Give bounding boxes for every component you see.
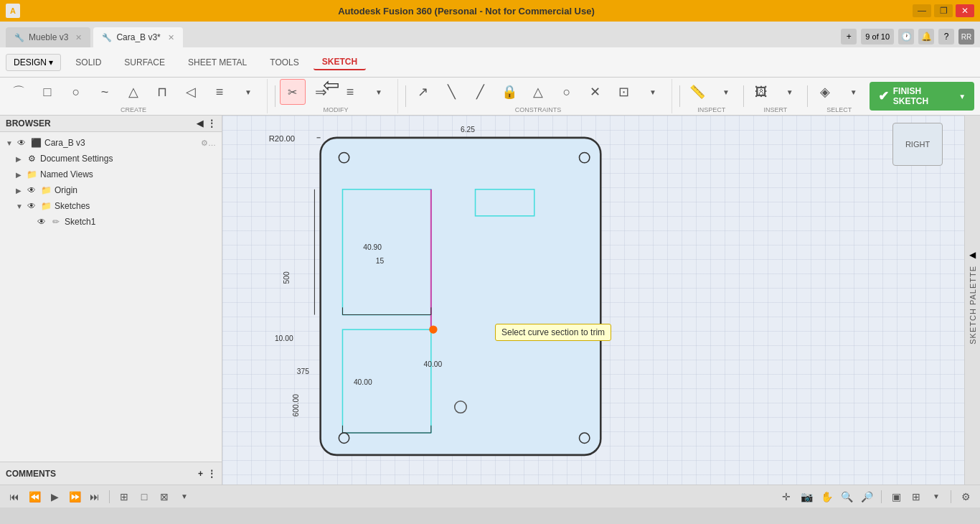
collapse-comment-btn[interactable]: ⋮ bbox=[207, 469, 216, 479]
sketch-palette-arrow[interactable]: ◀ bbox=[969, 250, 976, 260]
tree-item-doc-settings[interactable]: ▶ ⚙ Document Settings bbox=[0, 151, 222, 167]
play-start-btn[interactable]: ⏮ bbox=[6, 488, 23, 505]
view-box-btn[interactable]: □ bbox=[136, 488, 153, 505]
constraint-coincident-btn[interactable]: ↗ bbox=[410, 79, 436, 105]
tree-item-sketch1[interactable]: 👁 ✏ Sketch1 bbox=[0, 214, 222, 230]
toolbar-tab-tools[interactable]: TOOLS bbox=[261, 55, 307, 70]
create-spline-btn[interactable]: ~ bbox=[92, 79, 118, 105]
browser-resize-btn[interactable]: ⋮ bbox=[207, 118, 216, 128]
help-btn[interactable]: ? bbox=[938, 29, 954, 45]
eye-icon[interactable]: 👁 bbox=[16, 137, 27, 149]
play-prev-btn[interactable]: ⏪ bbox=[26, 488, 43, 505]
display-mode-btn[interactable]: ▣ bbox=[887, 488, 905, 505]
hand-btn[interactable]: ✋ bbox=[818, 488, 835, 505]
constraint-collinear-btn[interactable]: ╲ bbox=[439, 79, 465, 105]
create-rect-btn[interactable]: □ bbox=[34, 79, 60, 105]
select-more-btn[interactable]: ▼ bbox=[841, 79, 867, 105]
play-end-btn[interactable]: ⏭ bbox=[86, 488, 103, 505]
eye-icon[interactable]: 👁 bbox=[26, 200, 37, 212]
design-menu-btn[interactable]: DESIGN ▾ bbox=[6, 54, 61, 71]
tree-item-cara-b[interactable]: ▼ 👁 ⬛ Cara_B v3 ⚙ … bbox=[0, 135, 222, 151]
svg-text:10.00: 10.00 bbox=[275, 334, 293, 342]
add-comment-btn[interactable]: + bbox=[198, 469, 203, 479]
create-circle-btn[interactable]: ○ bbox=[63, 79, 89, 105]
create-slot-btn[interactable]: ⊓ bbox=[149, 79, 175, 105]
play-btn[interactable]: ▶ bbox=[46, 488, 63, 505]
tab-cara-b[interactable]: 🔧 Cara_B v3* ✕ bbox=[93, 27, 182, 47]
offset-btn[interactable]: ⇒ bbox=[308, 79, 334, 105]
add-tab-btn[interactable]: + bbox=[841, 29, 857, 45]
modify-label: MODIFY bbox=[323, 106, 348, 113]
constraint-circle-btn[interactable]: ○ bbox=[554, 79, 580, 105]
tab-mueble-close[interactable]: ✕ bbox=[75, 33, 82, 42]
view-more-btn[interactable]: ▼ bbox=[176, 488, 193, 505]
eye-icon[interactable]: 👁 bbox=[26, 184, 37, 196]
trim-btn[interactable]: ✂ bbox=[280, 79, 306, 105]
select-group: ◈ ▼ SELECT bbox=[812, 79, 867, 113]
gear-icon[interactable]: ⚙ bbox=[201, 139, 208, 148]
view-grid-btn[interactable]: ⊞ bbox=[116, 488, 133, 505]
comments-bar: COMMENTS + ⋮ bbox=[0, 462, 222, 485]
tab-cara-b-close[interactable]: ✕ bbox=[168, 33, 174, 42]
select-btn[interactable]: ◈ bbox=[812, 79, 838, 105]
restore-btn[interactable]: ❐ bbox=[934, 4, 953, 17]
view-cube[interactable]: RIGHT bbox=[892, 123, 943, 166]
browser-collapse-btn[interactable]: ◀ bbox=[197, 118, 203, 128]
svg-text:R20.00: R20.00 bbox=[269, 134, 295, 143]
pan-btn[interactable]: ✛ bbox=[778, 488, 795, 505]
notif-btn[interactable]: 🔔 bbox=[918, 29, 934, 45]
finish-sketch-check-icon: ✔ bbox=[878, 88, 889, 104]
tree-item-origin[interactable]: ▶ 👁 📁 Origin bbox=[0, 182, 222, 198]
modify-more-btn[interactable]: ▼ bbox=[366, 79, 392, 105]
settings-btn[interactable]: ⚙ bbox=[957, 488, 974, 505]
create-mirror-btn[interactable]: ≡ bbox=[207, 79, 232, 105]
sep2 bbox=[405, 85, 406, 107]
modify-group: ✂ ⇒ ≡ ▼ MODIFY ⇦ bbox=[280, 79, 398, 113]
browser-tree: ▼ 👁 ⬛ Cara_B v3 ⚙ … ▶ ⚙ Document Setting… bbox=[0, 132, 222, 462]
user-btn[interactable]: RR bbox=[958, 29, 974, 45]
create-poly-btn[interactable]: △ bbox=[121, 79, 146, 105]
inspect-measure-btn[interactable]: 📏 bbox=[684, 79, 710, 105]
toolbar-tab-sketch[interactable]: SKETCH bbox=[314, 55, 366, 70]
insert-image-btn[interactable]: 🖼 bbox=[748, 79, 774, 105]
constraints-more-btn[interactable]: ▼ bbox=[640, 79, 666, 105]
svg-text:500: 500 bbox=[283, 271, 291, 284]
play-next-btn[interactable]: ⏩ bbox=[66, 488, 83, 505]
project-btn[interactable]: ≡ bbox=[337, 79, 363, 105]
inspect-more-btn[interactable]: ▼ bbox=[713, 79, 739, 105]
toolbar-tab-solid[interactable]: SOLID bbox=[67, 55, 110, 70]
select-label: SELECT bbox=[826, 106, 852, 113]
sketch-palette-label[interactable]: SKETCH PALETTE bbox=[966, 260, 980, 350]
inspect-label: INSPECT bbox=[697, 106, 725, 113]
minimize-btn[interactable]: — bbox=[913, 4, 931, 17]
tab-mueble[interactable]: 🔧 Mueble v3 ✕ bbox=[6, 27, 90, 47]
finish-sketch-btn[interactable]: ✔ FINISH SKETCH ▼ bbox=[870, 82, 974, 111]
insert-more-btn[interactable]: ▼ bbox=[777, 79, 803, 105]
tree-item-sketches[interactable]: ▼ 👁 📁 Sketches bbox=[0, 198, 222, 214]
close-btn[interactable]: ✕ bbox=[956, 4, 974, 17]
constraint-lock-btn[interactable]: 🔒 bbox=[496, 79, 522, 105]
camera-btn[interactable]: 📷 bbox=[798, 488, 815, 505]
toolbar-tab-sheetmetal[interactable]: SHEET METAL bbox=[179, 55, 255, 70]
create-arc-btn[interactable]: ⌒ bbox=[6, 79, 32, 105]
zoom-btn[interactable]: 🔎 bbox=[858, 488, 875, 505]
create-arrow-btn[interactable]: ◁ bbox=[178, 79, 204, 105]
eye-icon[interactable]: 👁 bbox=[36, 216, 47, 228]
constraint-parallel-btn[interactable]: ╱ bbox=[468, 79, 494, 105]
constraints-group: ↗ ╲ ╱ 🔒 △ ○ ✕ ⊡ ▼ CONSTRAINTS bbox=[410, 79, 672, 113]
grid-more-btn[interactable]: ▼ bbox=[928, 488, 945, 505]
zoom-fit-btn[interactable]: 🔍 bbox=[838, 488, 855, 505]
tab-count: 9 of 10 bbox=[861, 29, 894, 45]
history-btn[interactable]: 🕐 bbox=[898, 29, 914, 45]
create-more-btn[interactable]: ▼ bbox=[235, 79, 261, 105]
separator bbox=[109, 490, 110, 503]
view-cross-btn[interactable]: ⊠ bbox=[156, 488, 173, 505]
svg-text:40.00: 40.00 bbox=[424, 360, 443, 368]
grid-btn[interactable]: ⊞ bbox=[908, 488, 925, 505]
constraint-tri-btn[interactable]: △ bbox=[525, 79, 551, 105]
constraint-x-btn[interactable]: ✕ bbox=[583, 79, 608, 105]
constraint-grid-btn[interactable]: ⊡ bbox=[611, 79, 637, 105]
dots-icon[interactable]: … bbox=[208, 139, 216, 147]
toolbar-tab-surface[interactable]: SURFACE bbox=[116, 55, 174, 70]
tree-item-named-views[interactable]: ▶ 📁 Named Views bbox=[0, 167, 222, 182]
